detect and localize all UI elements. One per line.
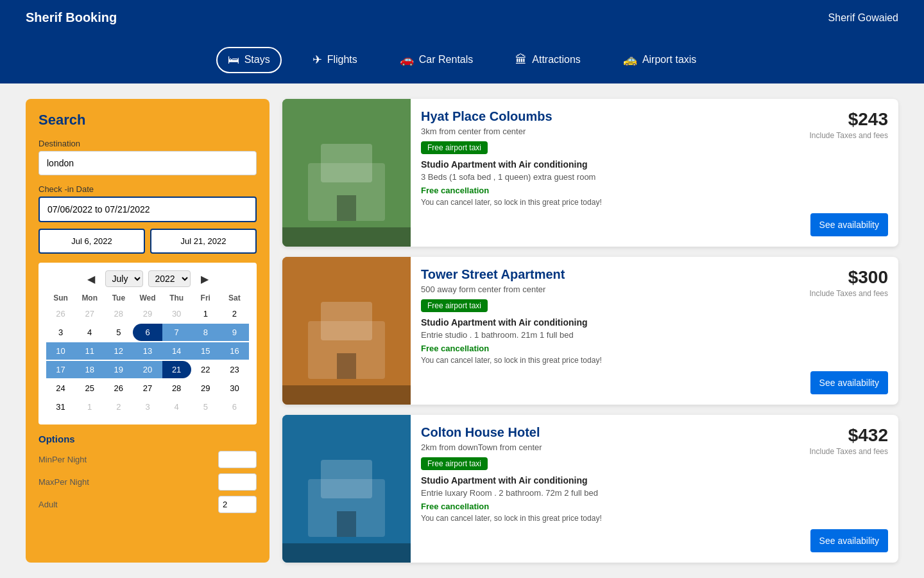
max-night-input[interactable] — [218, 473, 257, 491]
hotel-card-2: Colton House Hotel 2km from downTown fro… — [282, 415, 898, 563]
see-availability-btn-1[interactable]: See availability — [810, 371, 888, 394]
hotel-free-cancel-0: Free cancellation — [421, 186, 785, 195]
nav-stays[interactable]: 🛏 Stays — [216, 47, 282, 73]
cal-cell-w3-d2[interactable]: 19 — [104, 361, 133, 378]
cal-cell-w5-d4[interactable]: 4 — [162, 398, 191, 416]
hotel-cancel-note-1: You can cancel later, so lock in this gr… — [421, 356, 785, 365]
cal-cell-w0-d5[interactable]: 1 — [191, 305, 220, 322]
hotel-price-note-0: Include Taxes and fees — [809, 131, 888, 140]
day-header-sat: Sat — [220, 293, 249, 302]
day-header-fri: Fri — [191, 293, 220, 302]
header: Sherif Booking Sherif Gowaied 🛏 Stays ✈ … — [0, 0, 924, 83]
cal-cell-w4-d2[interactable]: 26 — [104, 380, 133, 397]
nav-attractions-label: Attractions — [532, 54, 581, 66]
year-select[interactable]: 2022 — [148, 270, 191, 287]
cal-cell-w3-d5[interactable]: 22 — [191, 361, 220, 378]
cal-cell-w1-d5[interactable]: 8 — [191, 324, 220, 341]
car-icon: 🚗 — [400, 53, 414, 67]
cal-cell-w3-d3[interactable]: 20 — [133, 361, 162, 378]
bed-icon: 🛏 — [228, 53, 239, 67]
cal-cell-w5-d6[interactable]: 6 — [220, 398, 249, 416]
cal-cell-w0-d1[interactable]: 27 — [75, 305, 104, 322]
cal-cell-w1-d3[interactable]: 6 — [133, 324, 162, 341]
cal-cell-w3-d0[interactable]: 17 — [46, 361, 75, 378]
cal-cell-w4-d4[interactable]: 28 — [162, 380, 191, 397]
cal-cell-w1-d0[interactable]: 3 — [46, 324, 75, 341]
month-select[interactable]: July — [105, 270, 143, 287]
cal-cell-w2-d0[interactable]: 10 — [46, 342, 75, 360]
hotel-cancel-note-2: You can cancel later, so lock in this gr… — [421, 514, 785, 523]
cal-cell-w4-d1[interactable]: 25 — [75, 380, 104, 397]
date-start-btn[interactable]: Jul 6, 2022 — [38, 229, 145, 254]
cal-cell-w4-d6[interactable]: 30 — [220, 380, 249, 397]
search-title: Search — [38, 112, 257, 128]
adult-input[interactable] — [218, 496, 257, 513]
min-night-input[interactable] — [218, 451, 257, 468]
cal-cell-w0-d0[interactable]: 26 — [46, 305, 75, 322]
next-month-btn[interactable]: ▶ — [196, 272, 214, 286]
cal-cell-w1-d1[interactable]: 4 — [75, 324, 104, 341]
cal-cell-w5-d5[interactable]: 5 — [191, 398, 220, 416]
cal-cell-w5-d3[interactable]: 3 — [133, 398, 162, 416]
hotel-taxi-badge-0: Free airport taxi — [421, 141, 488, 154]
hotel-img-2 — [282, 415, 411, 563]
hotel-name-2: Colton House Hotel — [421, 425, 785, 440]
cal-cell-w0-d2[interactable]: 28 — [104, 305, 133, 322]
hotel-room-type-2: Studio Apartment with Air conditioning — [421, 475, 785, 486]
cal-cell-w1-d6[interactable]: 9 — [220, 324, 249, 341]
option-min-night: MinPer Night — [38, 451, 257, 468]
cal-cell-w4-d5[interactable]: 29 — [191, 380, 220, 397]
min-night-label: MinPer Night — [38, 455, 87, 464]
cal-cell-w5-d2[interactable]: 2 — [104, 398, 133, 416]
hotel-room-desc-0: 3 Beds (1 sofa bed , 1 queen) extra gues… — [421, 172, 785, 182]
cal-week-4: 24252627282930 — [46, 380, 249, 397]
cal-cell-w2-d4[interactable]: 14 — [162, 342, 191, 360]
date-end-btn[interactable]: Jul 21, 2022 — [150, 229, 257, 254]
cal-cell-w5-d0[interactable]: 31 — [46, 398, 75, 416]
hotel-free-cancel-2: Free cancellation — [421, 502, 785, 511]
cal-cell-w0-d3[interactable]: 29 — [133, 305, 162, 322]
cal-week-2: 10111213141516 — [46, 342, 249, 360]
adult-label: Adult — [38, 500, 58, 509]
hotel-card-0: Hyat Place Coloumbs 3km from center from… — [282, 99, 898, 247]
cal-cell-w4-d0[interactable]: 24 — [46, 380, 75, 397]
cal-cell-w2-d5[interactable]: 15 — [191, 342, 220, 360]
hotel-name-0: Hyat Place Coloumbs — [421, 109, 785, 124]
hotel-taxi-badge-2: Free airport taxi — [421, 457, 488, 470]
nav-flights[interactable]: ✈ Flights — [301, 46, 369, 73]
cal-cell-w2-d1[interactable]: 11 — [75, 342, 104, 360]
cal-cell-w3-d1[interactable]: 18 — [75, 361, 104, 378]
hotel-info-2: Colton House Hotel 2km from downTown fro… — [411, 415, 796, 563]
hotel-room-desc-1: Entrie studio . 1 bathroom. 21m 1 full b… — [421, 330, 785, 340]
nav-airport-taxis[interactable]: 🚕 Airport taxis — [612, 46, 708, 73]
destination-input[interactable] — [38, 151, 257, 175]
hotel-price-note-1: Include Taxes and fees — [809, 289, 888, 298]
cal-cell-w5-d1[interactable]: 1 — [75, 398, 104, 416]
hotel-price-col-2: $432 Include Taxes and fees See availabi… — [796, 415, 898, 563]
prev-month-btn[interactable]: ◀ — [82, 272, 100, 286]
svg-rect-9 — [282, 385, 411, 405]
destination-label: Destination — [38, 139, 257, 148]
cal-cell-w2-d3[interactable]: 13 — [133, 342, 162, 360]
hotel-img-1 — [282, 257, 411, 405]
nav-attractions[interactable]: 🏛 Attractions — [504, 47, 592, 73]
cal-cell-w3-d4[interactable]: 21 — [162, 361, 191, 378]
cal-cell-w1-d4[interactable]: 7 — [162, 324, 191, 341]
cal-cell-w2-d6[interactable]: 16 — [220, 342, 249, 360]
svg-rect-2 — [321, 144, 372, 182]
nav-car-rentals[interactable]: 🚗 Car Rentals — [388, 46, 484, 73]
cal-week-0: 262728293012 — [46, 305, 249, 322]
see-availability-btn-2[interactable]: See availability — [810, 529, 888, 552]
hotel-info-0: Hyat Place Coloumbs 3km from center from… — [411, 99, 796, 247]
main-nav: 🛏 Stays ✈ Flights 🚗 Car Rentals 🏛 Attrac… — [216, 46, 708, 73]
hotel-name-1: Tower Street Apartment — [421, 267, 785, 282]
cal-cell-w3-d6[interactable]: 23 — [220, 361, 249, 378]
hotel-distance-1: 500 away form center from center — [421, 285, 785, 294]
hotel-room-desc-2: Entrie luxary Room . 2 bathroom. 72m 2 f… — [421, 488, 785, 498]
cal-cell-w4-d3[interactable]: 27 — [133, 380, 162, 397]
cal-cell-w0-d6[interactable]: 2 — [220, 305, 249, 322]
see-availability-btn-0[interactable]: See availability — [810, 213, 888, 236]
cal-cell-w2-d2[interactable]: 12 — [104, 342, 133, 360]
cal-cell-w0-d4[interactable]: 30 — [162, 305, 191, 322]
cal-cell-w1-d2[interactable]: 5 — [104, 324, 133, 341]
